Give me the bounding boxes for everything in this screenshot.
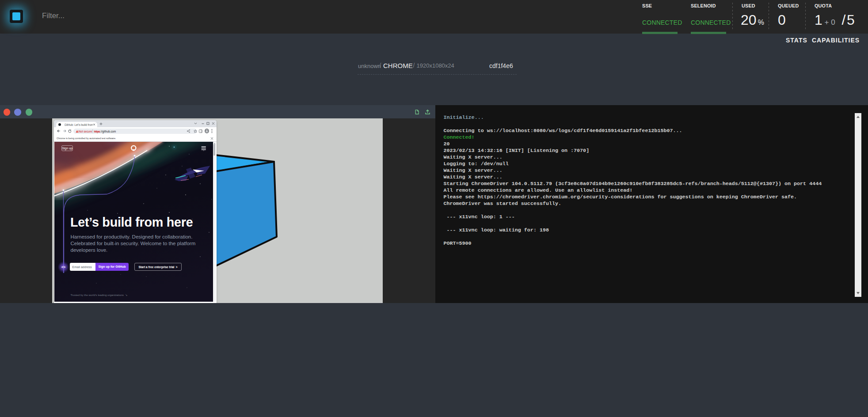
svg-text:<>: <> bbox=[61, 265, 66, 269]
